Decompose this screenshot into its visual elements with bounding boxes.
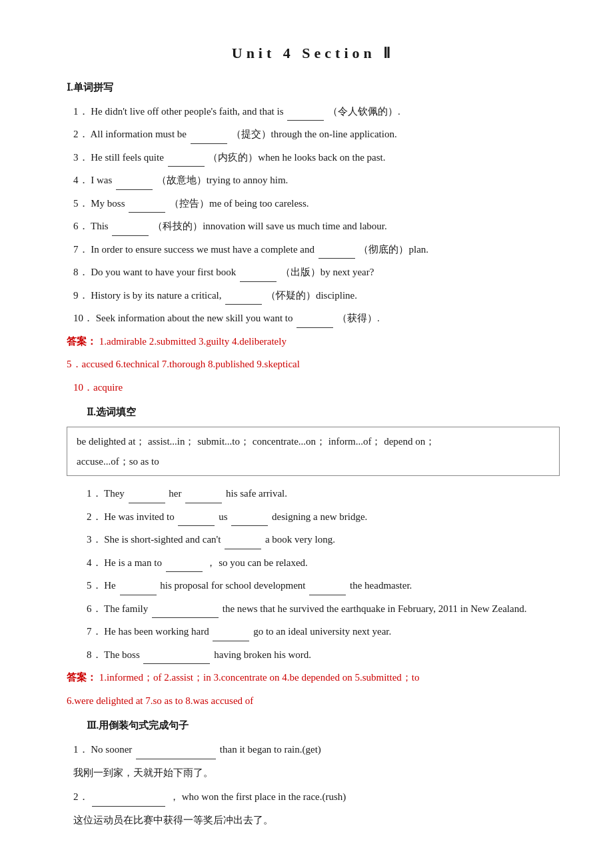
blank[interactable]: [309, 585, 346, 595]
q-text: My boss: [91, 198, 127, 209]
question-3-2: 2． ， who won the first place in the race…: [67, 787, 560, 807]
answer-block-1c: 10．acquire: [73, 378, 560, 397]
q-text: They: [104, 488, 127, 499]
blank[interactable]: [318, 248, 355, 259]
answer-block-2: 答案： 1.informed；of 2.assist；in 3.concentr…: [67, 668, 560, 687]
blank[interactable]: [287, 110, 324, 121]
q-mid: his proposal for school development: [160, 580, 308, 591]
q-text: The boss: [104, 649, 143, 660]
q-hint: （提交）through the on-line application.: [231, 129, 397, 139]
blank[interactable]: [297, 317, 333, 328]
q-hint: （彻底的）plan.: [358, 244, 428, 255]
q-hint: （获得）.: [337, 313, 380, 323]
answer-label-2: 答案：: [67, 672, 97, 683]
blank[interactable]: [112, 225, 149, 236]
blank[interactable]: [191, 133, 227, 144]
word-box-text2: accuse...of；so as to: [77, 456, 159, 467]
answer-text-1b: 5．accused 6.technical 7.thorough 8.publi…: [67, 359, 300, 369]
question-1-3: 3． He still feels quite （内疚的）when he loo…: [67, 148, 560, 167]
question-3-1: 1． No sooner than it began to rain.(get): [67, 740, 560, 759]
blank[interactable]: [143, 653, 210, 664]
q-end: his safe arrival.: [226, 488, 287, 499]
question-1-9: 9． History is by its nature a critical, …: [67, 286, 560, 305]
q-hint: （出版）by next year?: [281, 267, 374, 277]
q-mid: us: [219, 511, 230, 522]
blank[interactable]: [168, 156, 205, 167]
blank[interactable]: [129, 493, 165, 503]
q-mid: her: [169, 488, 184, 499]
q-end: the news that he survived the earthquake…: [223, 603, 527, 614]
blank[interactable]: [225, 294, 262, 305]
q-num: 7．: [87, 626, 102, 637]
section-2: Ⅱ.选词填空 be delighted at； assist...in； sub…: [67, 403, 560, 710]
q-num: 2．: [73, 791, 89, 802]
question-3-2-cn: 这位运动员在比赛中获得一等奖后冲出去了。: [67, 811, 560, 830]
q-text: He: [104, 580, 118, 591]
q-text: The family: [104, 603, 151, 614]
q-text: No sooner: [91, 744, 135, 755]
q-end: a book very long.: [265, 534, 335, 545]
section-1-header: Ⅰ.单词拼写: [67, 79, 560, 97]
q-text: He is a man to: [104, 557, 164, 568]
q-hint: （怀疑的）discipline.: [266, 290, 357, 301]
q-end: designing a new bridge.: [272, 511, 367, 522]
page-title: Unit 4 Section Ⅱ: [67, 40, 560, 67]
question-2-2: 2． He was invited to us designing a new …: [67, 507, 560, 527]
question-1-2: 2． All information must be （提交）through t…: [67, 125, 560, 144]
q-cn-text: 这位运动员在比赛中获得一等奖后冲出去了。: [73, 815, 273, 825]
q-num: 3．: [73, 152, 89, 163]
answer-label-1: 答案：: [67, 336, 97, 347]
q-num: 4．: [87, 557, 102, 568]
blank[interactable]: [92, 796, 165, 807]
question-1-4: 4． I was （故意地）trying to annoy him.: [67, 171, 560, 190]
question-2-6: 6． The family the news that he survived …: [67, 599, 560, 619]
q-text: All information must be: [90, 129, 189, 139]
q-text: She is short-sighted and can't: [104, 534, 223, 545]
q-text: I was: [91, 175, 115, 185]
question-2-3: 3． She is short-sighted and can't a book…: [67, 530, 560, 549]
q-num: 2．: [73, 129, 89, 139]
q-num: 10．: [73, 313, 93, 323]
q-text: He was invited to: [104, 511, 177, 522]
question-1-6: 6． This （科技的）innovation will save us muc…: [67, 217, 560, 236]
q-hint: （控告）me of being too careless.: [169, 198, 309, 209]
q-text: Seek information about the new skill you…: [96, 313, 296, 323]
q-num: 1．: [73, 744, 89, 755]
answer-text-1a: 1.admirable 2.submitted 3.guilty 4.delib…: [99, 336, 287, 347]
answer-block-1b: 5．accused 6.technical 7.thorough 8.publi…: [67, 355, 560, 374]
blank[interactable]: [213, 631, 249, 641]
q-text: This: [91, 221, 111, 231]
q-text: He didn't live off other people's faith,…: [91, 106, 286, 117]
blank[interactable]: [166, 561, 203, 572]
question-1-7: 7． In order to ensure success we must ha…: [67, 240, 560, 259]
q-num: 8．: [73, 267, 89, 277]
word-box-text: be delighted at； assist...in； submit...t…: [77, 436, 435, 447]
blank[interactable]: [240, 271, 277, 282]
blank[interactable]: [185, 493, 222, 503]
blank[interactable]: [129, 202, 165, 213]
blank[interactable]: [136, 749, 216, 759]
answer-block-1: 答案： 1.admirable 2.submitted 3.guilty 4.d…: [67, 332, 560, 351]
blank[interactable]: [231, 515, 268, 526]
q-hint: （内疚的）when he looks back on the past.: [208, 152, 385, 163]
question-1-5: 5． My boss （控告）me of being too careless.: [67, 194, 560, 213]
q-text: History is by its nature a critical,: [91, 290, 224, 301]
q-num: 8．: [87, 649, 102, 660]
q-num: 3．: [87, 534, 102, 545]
section-3: Ⅲ.用倒装句式完成句子 1． No sooner than it began t…: [67, 717, 560, 829]
question-2-5: 5． He his proposal for school developmen…: [67, 576, 560, 595]
q-text: In order to ensure success we must have …: [91, 244, 316, 255]
blank[interactable]: [225, 539, 261, 549]
blank[interactable]: [116, 179, 153, 190]
q-num: 2．: [87, 511, 102, 522]
q-end: ， so you can be relaxed.: [206, 557, 307, 568]
question-2-8: 8． The boss having broken his word.: [67, 645, 560, 665]
q-end: the headmaster.: [350, 580, 412, 591]
blank[interactable]: [178, 515, 215, 526]
blank[interactable]: [152, 607, 219, 618]
q-text: He has been working hard: [104, 626, 211, 637]
q-hint: （令人钦佩的）.: [328, 106, 400, 117]
q-num: 6．: [87, 603, 102, 614]
blank[interactable]: [120, 585, 157, 595]
q-end: than it began to rain.(get): [220, 744, 321, 755]
